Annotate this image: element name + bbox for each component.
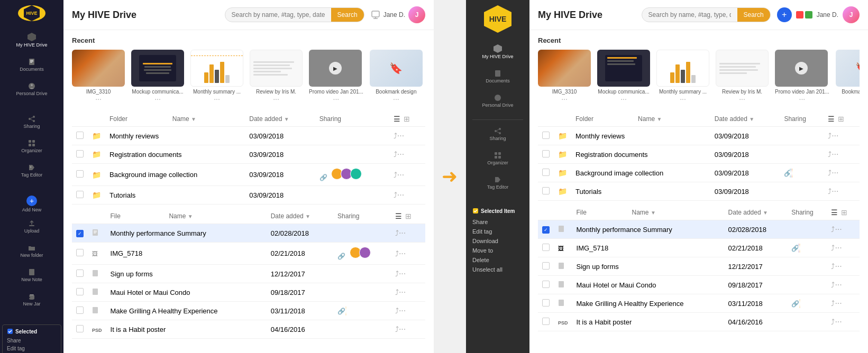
selected-share[interactable]: Share — [7, 337, 57, 345]
sidebar-item-documents[interactable]: Documents — [0, 55, 63, 75]
sidebar-item-sharing[interactable]: Sharing — [0, 112, 63, 132]
table-row[interactable]: 🖼 IMG_5718 02/21/2018 🔗 ⤴··· — [538, 239, 860, 257]
r-checkbox-fi0[interactable]: ✓ — [542, 226, 550, 234]
recent-item-3[interactable]: Review by Iris M. ··· — [250, 50, 303, 103]
table-row[interactable]: 🖼 IMG_5718 02/21/2018 🔗 ⤴··· — [72, 243, 425, 265]
share-btn-fi3[interactable]: ⤴ — [395, 288, 399, 296]
more-btn-fi1[interactable]: ··· — [399, 249, 406, 258]
r-checkbox-fi3[interactable] — [542, 281, 550, 288]
r-more-fi3[interactable]: ··· — [835, 280, 842, 290]
share-btn-f3[interactable]: ⤴ — [394, 191, 397, 199]
row-checkbox-f1[interactable] — [76, 150, 84, 157]
window-max-btn[interactable] — [805, 11, 812, 18]
r-checkbox-f1[interactable] — [542, 150, 550, 157]
right-search-input[interactable] — [642, 8, 737, 22]
share-btn-fi1[interactable]: ⤴ — [395, 249, 399, 258]
table-row[interactable]: Sign up forms 12/12/2017 ⤴··· — [538, 257, 860, 276]
r-checkbox-fi5[interactable] — [542, 318, 550, 325]
right-sidebar-personal-drive[interactable]: Personal Drive — [466, 91, 529, 111]
left-search-input[interactable] — [225, 8, 331, 22]
r-share-f0[interactable]: ⤴ — [828, 132, 832, 140]
table-row[interactable]: 📁 Registration documents 03/09/2018 ⤴··· — [538, 145, 860, 164]
r-more-fi4[interactable]: ··· — [835, 299, 842, 308]
r-checkbox-fi2[interactable] — [542, 262, 550, 270]
recent-dots-4[interactable]: ··· — [309, 95, 363, 103]
share-btn-fi2[interactable]: ⤴ — [395, 270, 399, 278]
share-btn-f0[interactable]: ⤴ — [394, 132, 397, 140]
more-btn-f1[interactable]: ··· — [397, 150, 404, 159]
share-btn-f1[interactable]: ⤴ — [394, 150, 397, 159]
right-sidebar-tag-editor[interactable]: Tag Editor — [466, 173, 529, 193]
sidebar-item-upload[interactable]: Upload — [0, 217, 63, 237]
more-btn-f0[interactable]: ··· — [397, 131, 404, 141]
recent-dots-2[interactable]: ··· — [190, 95, 243, 103]
r-share-f3[interactable]: ⤴ — [828, 187, 832, 196]
right-recent-dots-3[interactable]: ··· — [716, 95, 769, 103]
r-more-fi0[interactable]: ··· — [835, 225, 842, 234]
row-checkbox-fi1[interactable] — [76, 249, 84, 256]
table-row[interactable]: Make Grilling A Healthy Experience 03/11… — [538, 294, 860, 313]
more-btn-fi4[interactable]: ··· — [399, 306, 406, 315]
table-row[interactable]: 📁 Tutorials 03/09/2018 ⤴··· — [72, 186, 425, 205]
table-row[interactable]: Maui Hotel or Maui Condo 09/18/2017 ⤴··· — [72, 283, 425, 302]
r-more-fi1[interactable]: ··· — [835, 243, 842, 253]
r-more-f0[interactable]: ··· — [832, 131, 838, 141]
row-checkbox-f0[interactable] — [76, 132, 84, 139]
table-row[interactable]: Make Grilling A Healthy Experience 03/11… — [72, 302, 425, 320]
row-checkbox-f2[interactable] — [76, 170, 84, 178]
sidebar-item-organizer[interactable]: Organizer — [0, 136, 63, 156]
left-avatar[interactable]: J — [408, 6, 425, 23]
share-btn-f2[interactable]: ⤴ — [394, 171, 397, 179]
r-checkbox-f2[interactable] — [542, 169, 550, 176]
grid-view-icon[interactable]: ⊞ — [404, 115, 410, 123]
right-recent-dots-0[interactable]: ··· — [538, 95, 591, 103]
share-btn-fi5[interactable]: ⤴ — [395, 325, 399, 333]
r-share-fi1[interactable]: ⤴ — [831, 244, 835, 252]
r-share-fi0[interactable]: ⤴ — [831, 225, 835, 234]
recent-item-4[interactable]: ▶ Promo video Jan 201... ··· — [309, 50, 363, 103]
share-btn-fi4[interactable]: ⤴ — [395, 306, 399, 315]
r-file-list-view[interactable]: ☰ — [831, 208, 838, 217]
recent-dots-5[interactable]: ··· — [370, 95, 423, 103]
recent-dots-3[interactable]: ··· — [250, 95, 303, 103]
table-row[interactable]: 📁 Tutorials 03/09/2018 ⤴··· — [538, 182, 860, 201]
r-more-f2[interactable]: ··· — [832, 168, 838, 178]
play-button-4[interactable]: ▶ — [329, 62, 342, 75]
recent-item-1[interactable]: Mockup communica... ··· — [131, 50, 184, 103]
right-recent-item-2[interactable]: Monthly summary ... ··· — [656, 50, 709, 103]
sidebar-item-new-jar[interactable]: New Jar — [0, 290, 63, 310]
sidebar-item-personal-drive[interactable]: Personal Drive — [0, 79, 63, 99]
more-btn-fi5[interactable]: ··· — [399, 324, 406, 334]
r-more-f3[interactable]: ··· — [832, 187, 838, 196]
add-new-button[interactable]: + Add New — [0, 193, 63, 215]
row-checkbox-fi3[interactable] — [76, 288, 84, 295]
right-add-button[interactable]: + — [777, 7, 792, 22]
right-sidebar-sharing[interactable]: Sharing — [466, 124, 529, 144]
right-recent-item-3[interactable]: Review by Iris M. ··· — [716, 50, 769, 103]
context-share[interactable]: Share — [472, 217, 523, 227]
right-sidebar-documents[interactable]: Documents — [466, 67, 529, 87]
more-btn-fi0[interactable]: ··· — [399, 228, 406, 238]
right-sidebar-organizer[interactable]: Organizer — [466, 148, 529, 169]
sidebar-item-new-note[interactable]: New Note — [0, 265, 63, 285]
table-row[interactable]: ✓ Monthly performance Summary 02/028/201… — [72, 224, 425, 243]
share-btn-fi0[interactable]: ⤴ — [395, 229, 399, 237]
recent-item-2[interactable]: Monthly summary ... ··· — [190, 50, 243, 103]
right-recent-item-0[interactable]: IMG_3310 ··· — [538, 50, 591, 103]
table-row[interactable]: 📁 Background image collection 03/09/2018… — [538, 164, 860, 182]
row-checkbox-fi5[interactable] — [76, 325, 84, 332]
table-row[interactable]: 📁 Registration documents 03/09/2018 ⤴··· — [72, 145, 425, 164]
right-avatar[interactable]: J — [843, 6, 860, 23]
more-btn-f3[interactable]: ··· — [397, 190, 404, 200]
recent-item-0[interactable]: IMG_3310 ··· — [72, 50, 125, 103]
row-checkbox-f3[interactable] — [76, 191, 84, 198]
recent-dots-0[interactable]: ··· — [72, 95, 125, 103]
r-list-view[interactable]: ☰ — [828, 115, 835, 123]
table-row[interactable]: 📁 Monthly reviews 03/09/2018 ⤴··· — [72, 127, 425, 145]
list-view-icon[interactable]: ☰ — [394, 115, 400, 123]
right-play-btn-4[interactable]: ▶ — [795, 62, 808, 75]
more-btn-f2[interactable]: ··· — [397, 170, 404, 180]
r-grid-view[interactable]: ⊞ — [838, 115, 844, 123]
right-search-button[interactable]: Search — [737, 8, 770, 22]
table-row[interactable]: 📁 Monthly reviews 03/09/2018 ⤴··· — [538, 127, 860, 145]
